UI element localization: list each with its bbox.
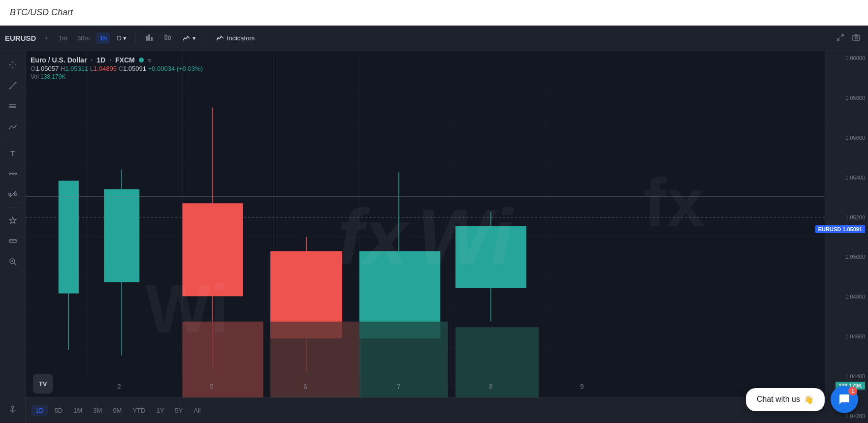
svg-point-14 [855,36,858,39]
chart-source: FXCM [115,56,135,64]
chat-bubble: Chat with us 👋 [746,388,825,411]
svg-rect-64 [359,322,448,409]
svg-rect-66 [455,226,526,288]
price-label-8: 1.04600 [828,333,865,339]
compare-icon-button[interactable] [142,31,157,46]
title-bar: BTC/USD Chart [0,0,868,26]
svg-rect-2 [151,37,153,41]
camera-icon-button[interactable] [849,31,863,45]
interval-dropdown-button[interactable]: D ▾ [114,32,129,44]
chat-emoji: 👋 [804,395,814,404]
toolbar-divider-1 [135,32,136,44]
svg-rect-61 [270,322,361,409]
price-label-3: 1.05600 [828,135,865,141]
top-right-toolbar [834,31,863,45]
svg-text:5: 5 [210,383,214,391]
symbol-label: EURUSD [5,34,36,42]
chart-style-dropdown[interactable]: ▾ [179,32,199,45]
svg-rect-6 [168,36,170,39]
svg-point-20 [9,88,10,90]
svg-point-9 [217,37,219,38]
toolbar: EURUSD + 1m 30m 1h D ▾ ▾ [0,26,868,51]
favorite-tool[interactable] [4,212,22,229]
svg-text:2: 2 [117,383,121,391]
anchor-tool[interactable] [4,400,22,418]
chart-title-row: Euro / U.S. Dollar · 1D · FXCM ≈ [31,56,203,64]
price-label-1: 1.06000 [828,55,865,61]
vol-value: 138.179K [40,73,65,80]
chat-widget: Chat with us 👋 1 [746,386,858,413]
period-5d-button[interactable]: 5D [51,405,67,416]
expand-icon-button[interactable] [834,31,847,45]
svg-point-26 [12,173,13,175]
price-label-5-row: 1.05200 EURUSD 1.05091 [828,214,865,220]
price-axis: 1.06000 1.05800 1.05600 1.05400 1.05200 … [825,51,868,423]
horizontal-line-tool[interactable] [4,97,22,115]
chart-separator2: · [109,56,111,64]
ohlc-change: +0.00034 (+0.03%) [148,65,203,72]
svg-point-31 [14,193,17,196]
eurusd-price-tag: EURUSD 1.05091 [815,225,865,233]
svg-point-10 [220,35,222,37]
svg-text:9: 9 [580,383,584,391]
period-label: · [91,56,93,64]
ohlc-high: 1.05311 [65,65,88,72]
svg-point-27 [15,173,16,175]
main-area: T [0,51,868,423]
chart-type-icon-button[interactable] [161,31,175,46]
interval-30m-button[interactable]: 30m [74,32,93,44]
period-6m-button[interactable]: 6M [109,405,126,416]
left-sidebar: T [0,51,26,423]
svg-text:8: 8 [489,383,493,391]
cursor-tool[interactable] [4,56,22,74]
bottom-bar: 1D 5D 1M 3M 6M YTD 1Y 5Y All [26,397,825,423]
ohlc-low: 1.04895 [94,65,117,72]
interval-1m-button[interactable]: 1m [56,32,70,44]
line-tool[interactable] [4,77,22,94]
svg-rect-55 [104,189,139,282]
svg-text:7: 7 [397,383,401,391]
interval-1h-button[interactable]: 1h [96,32,110,44]
toolbar-divider-2 [205,32,205,44]
period-all-button[interactable]: All [190,405,204,416]
add-symbol-button[interactable]: + [42,32,52,44]
price-label-2: 1.05800 [828,95,865,101]
curve-tool[interactable] [4,118,22,136]
text-tool[interactable]: T [4,144,22,162]
period-1y-button[interactable]: 1Y [152,405,168,416]
ruler-tool[interactable] [4,232,22,250]
svg-point-21 [15,82,16,84]
svg-rect-58 [182,322,263,409]
path-tool[interactable] [4,165,22,182]
indicators-button[interactable]: Indicators [211,32,259,44]
price-label-6: 1.05000 [828,254,865,260]
price-label-9: 1.04400 [828,373,865,379]
chart-svg: 2 5 6 7 8 9 [26,51,825,423]
svg-rect-3 [165,35,167,39]
svg-rect-0 [146,36,148,41]
svg-rect-67 [455,327,539,409]
price-label-4: 1.05400 [828,175,865,181]
svg-point-30 [8,193,11,196]
period-3m-button[interactable]: 3M [89,405,106,416]
tool-divider-2 [6,207,20,208]
chart-area[interactable]: fx Wi fx Wi Euro / U.S. Dollar · 1D · FX… [26,51,825,423]
chart-symbol-name: Euro / U.S. Dollar [31,56,87,64]
tool-divider [6,140,20,140]
price-label-5: 1.05200 [828,214,865,220]
zoom-tool[interactable] [4,253,22,271]
period-1d-button[interactable]: 1D [32,405,48,416]
chart-header: Euro / U.S. Dollar · 1D · FXCM ≈ O1.0505… [31,56,203,80]
svg-text:6: 6 [303,383,307,391]
period-5y-button[interactable]: 5Y [171,405,187,416]
tradingview-logo: TV [33,374,53,393]
period-ytd-button[interactable]: YTD [129,405,149,416]
measure-tool[interactable] [4,185,22,203]
ohlc-close: 1.05091 [123,65,146,72]
svg-rect-1 [148,34,150,41]
chart-period: 1D [96,56,105,64]
period-1m-button[interactable]: 1M [69,405,86,416]
svg-point-25 [9,173,10,175]
svg-rect-53 [59,181,79,293]
chat-open-button[interactable]: 1 [831,386,858,413]
